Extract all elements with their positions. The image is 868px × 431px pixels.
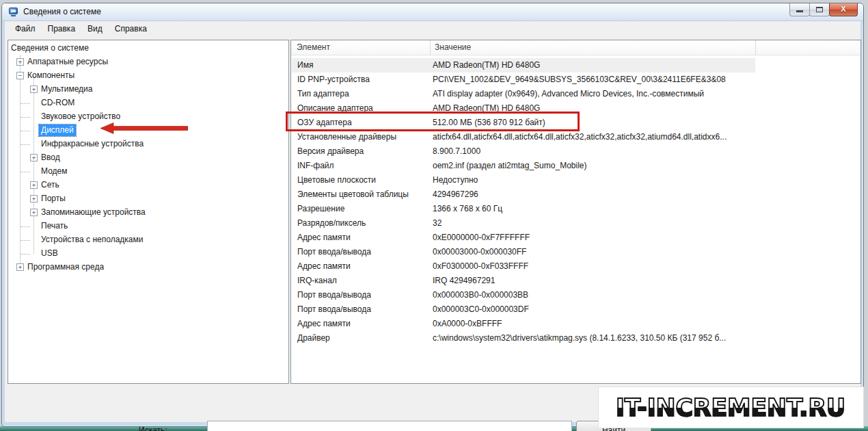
tree-item-label: Ввод (39, 152, 62, 164)
tree-item-ports[interactable]: +Порты (8, 192, 288, 206)
msinfo-app-icon (8, 7, 19, 18)
table-row[interactable]: Адрес памяти0xE0000000-0xF7FFFFFF (292, 231, 860, 245)
row-element-cell: Разрядов/пиксель (297, 216, 431, 231)
menu-file[interactable]: Файл (9, 22, 42, 36)
red-highlight-box (286, 112, 580, 131)
row-element-cell: Порт ввода/вывода (297, 288, 431, 302)
expand-icon[interactable]: + (16, 58, 24, 66)
row-element-cell: Версия драйвера (297, 144, 431, 159)
tree-item-network[interactable]: +Сеть (8, 179, 288, 192)
menubar: ФайлПравкаВидСправка (5, 21, 860, 36)
search-input[interactable] (207, 421, 572, 431)
row-element-cell: Установленные драйверы (297, 130, 431, 144)
tree-item-hardware-resources[interactable]: +Аппаратные ресурсы (8, 55, 288, 69)
table-row[interactable]: Разрядов/пиксель32 (292, 216, 860, 231)
tree-connector (21, 172, 30, 172)
tree-item-system-summary[interactable]: Сведения о системе (8, 42, 288, 55)
expand-icon[interactable]: + (30, 181, 38, 189)
close-button[interactable]: X (829, 3, 858, 16)
expand-icon[interactable]: + (30, 195, 38, 203)
table-row[interactable]: IRQ-каналIRQ 4294967291 (292, 274, 860, 288)
row-element-cell: Адрес памяти (297, 317, 431, 331)
tree-item-input[interactable]: +Ввод (8, 151, 288, 165)
table-row[interactable]: Версия драйвера8.900.7.1000 (292, 144, 860, 159)
table-row[interactable]: Порт ввода/вывода0x00003000-0x000030FF (292, 245, 860, 259)
tree-item-components[interactable]: −Компоненты (8, 69, 288, 83)
minimize-icon (796, 10, 803, 12)
table-row[interactable]: Установленные драйверыaticfx64.dll,aticf… (292, 130, 860, 144)
category-tree: Сведения о системе+Аппаратные ресурсы−Ко… (8, 40, 288, 383)
tree-item-storage-devices[interactable]: +Запоминающие устройства (8, 206, 288, 220)
column-divider[interactable] (755, 40, 756, 55)
table-row[interactable]: Порт ввода/вывода0x000003B0-0x000003BB (292, 288, 860, 302)
expand-icon[interactable]: + (16, 263, 24, 271)
row-value-cell: ATI display adapter (0x9649), Advanced M… (433, 87, 857, 101)
row-element-cell: ID PNP-устройства (297, 73, 431, 87)
tree-item-label: Запоминающие устройства (39, 207, 148, 218)
tree-item-label: Сведения о системе (9, 42, 91, 54)
tree-item-label: Звуковое устройство (39, 111, 122, 122)
table-row[interactable]: Порт ввода/вывода0x000003C0-0x000003DF (292, 302, 860, 317)
titlebar[interactable]: Сведения о системе X (2, 3, 863, 21)
table-row[interactable]: ID PNP-устройстваPCI\VEN_1002&DEV_9649&S… (292, 73, 860, 87)
column-header-value[interactable]: Значение (435, 42, 471, 52)
row-value-cell: 0xA0000-0xBFFFF (433, 317, 857, 331)
tree-item-problem-devices[interactable]: Устройства с неполадками (8, 233, 288, 247)
row-element-cell: Имя (297, 58, 431, 73)
tree-connector (21, 144, 30, 145)
tree-item-label: Печать (39, 220, 70, 232)
table-row[interactable]: Элементы цветовой таблицы4294967296 (292, 187, 860, 202)
tree-connector (21, 240, 30, 241)
tree-item-printing[interactable]: Печать (8, 220, 288, 233)
menu-view[interactable]: Вид (81, 22, 109, 36)
tree-item-cdrom[interactable]: CD-ROM (8, 96, 288, 110)
table-row[interactable]: Тип адаптераATI display adapter (0x9649)… (292, 87, 860, 101)
table-row[interactable]: Драйверc:\windows\system32\drivers\atikm… (292, 331, 860, 345)
row-value-cell: Недоступно (433, 173, 857, 187)
tree-item-label: Компоненты (25, 70, 77, 81)
column-header-element[interactable]: Элемент (297, 42, 330, 52)
menu-help[interactable]: Справка (109, 22, 153, 36)
row-element-cell: Порт ввода/вывода (297, 245, 431, 259)
tree-item-software-environment[interactable]: +Программная среда (8, 261, 288, 274)
table-row[interactable]: Разрешение1366 x 768 x 60 Гц (292, 202, 860, 216)
row-value-cell: aticfx64.dll,aticfx64.dll,aticfx64.dll,a… (433, 130, 857, 144)
collapse-icon[interactable]: − (16, 72, 24, 79)
table-row[interactable]: Адрес памяти0xA0000-0xBFFFF (292, 317, 860, 331)
tree-item-infrared-devices[interactable]: Инфракрасные устройства (8, 138, 288, 151)
details-panel: Элемент Значение ИмяAMD Radeon(TM) HD 64… (290, 40, 861, 384)
row-value-cell: 0xF0300000-0xF033FFFF (433, 259, 857, 274)
row-value-cell: 0x000003B0-0x000003BB (433, 288, 857, 302)
tree-item-sound-device[interactable]: Звуковое устройство (8, 110, 288, 124)
expand-icon[interactable]: + (30, 209, 38, 216)
red-arrow-annotation (100, 122, 188, 134)
menu-edit[interactable]: Правка (42, 22, 82, 36)
table-row[interactable]: ИмяAMD Radeon(TM) HD 6480G (292, 58, 755, 73)
table-row[interactable]: INF-файлoem2.inf (раздел ati2mtag_Sumo_M… (292, 159, 860, 173)
table-row[interactable]: Цветовые плоскостиНедоступно (292, 173, 860, 187)
table-row[interactable]: Адрес памяти0xF0300000-0xF033FFFF (292, 259, 860, 274)
tree-item-modem[interactable]: Модем (8, 165, 288, 179)
column-divider[interactable] (430, 40, 431, 55)
row-element-cell: Драйвер (297, 331, 431, 345)
row-value-cell: 0xE0000000-0xF7FFFFFF (433, 231, 857, 245)
row-value-cell: IRQ 4294967291 (433, 274, 857, 288)
close-icon: X (830, 5, 857, 13)
maximize-button[interactable] (809, 3, 830, 16)
minimize-button[interactable] (789, 3, 810, 16)
row-value-cell: 8.900.7.1000 (433, 144, 857, 159)
row-value-cell: 32 (433, 216, 857, 231)
tree-connector (21, 254, 30, 254)
tree-item-label: Порты (39, 193, 68, 205)
expand-icon[interactable]: + (30, 154, 38, 161)
row-value-cell: AMD Radeon(TM) HD 6480G (433, 58, 752, 73)
tree-item-label: Устройства с неполадками (39, 234, 145, 246)
tree-item-usb[interactable]: USB (8, 247, 288, 261)
tree-connector (21, 226, 30, 227)
row-element-cell: INF-файл (297, 159, 431, 173)
watermark-text: IT-INCREMENT.RU (616, 393, 845, 421)
tree-item-multimedia[interactable]: +Мультимедиа (8, 83, 288, 96)
tree-connector (21, 117, 30, 118)
tree-connector (21, 131, 30, 131)
expand-icon[interactable]: + (30, 86, 38, 93)
